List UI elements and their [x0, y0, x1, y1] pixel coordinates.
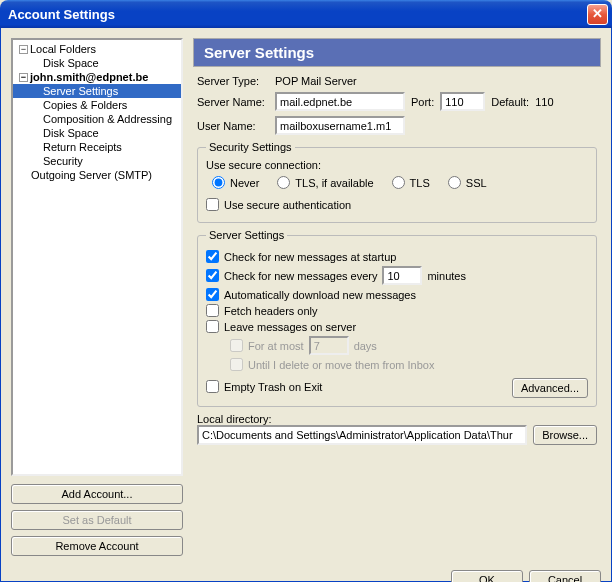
server-legend: Server Settings	[206, 229, 287, 241]
check-every-row: Check for new messages every minutes	[206, 266, 588, 285]
tree-composition[interactable]: Composition & Addressing	[13, 112, 181, 126]
check-every-checkbox[interactable]	[206, 269, 219, 282]
use-secure-auth-checkbox[interactable]: Use secure authentication	[206, 198, 588, 211]
close-icon[interactable]: ✕	[587, 4, 608, 25]
empty-trash-checkbox[interactable]: Empty Trash on Exit	[206, 380, 322, 393]
server-name-label: Server Name:	[197, 96, 269, 108]
server-name-input[interactable]	[275, 92, 405, 111]
add-account-button[interactable]: Add Account...	[11, 484, 183, 504]
set-default-button: Set as Default	[11, 510, 183, 530]
window-title: Account Settings	[8, 7, 115, 22]
user-name-label: User Name:	[197, 120, 269, 132]
tree-disk-space[interactable]: Disk Space	[13, 56, 181, 70]
tree-return-receipts[interactable]: Return Receipts	[13, 140, 181, 154]
advanced-button[interactable]: Advanced...	[512, 378, 588, 398]
radio-tls[interactable]: TLS	[392, 176, 430, 189]
fetch-headers-checkbox[interactable]: Fetch headers only	[206, 304, 588, 317]
tree-disk-space-2[interactable]: Disk Space	[13, 126, 181, 140]
tree-account[interactable]: − john.smith@edpnet.be	[13, 70, 181, 84]
local-directory-field[interactable]: C:\Documents and Settings\Administrator\…	[197, 425, 527, 445]
check-startup-checkbox[interactable]: Check for new messages at startup	[206, 250, 588, 263]
security-legend: Security Settings	[206, 141, 295, 153]
collapse-icon[interactable]: −	[19, 45, 28, 54]
radio-ssl[interactable]: SSL	[448, 176, 487, 189]
cancel-button[interactable]: Cancel	[529, 570, 601, 582]
remove-account-button[interactable]: Remove Account	[11, 536, 183, 556]
server-type-value: POP Mail Server	[275, 75, 357, 87]
browse-button[interactable]: Browse...	[533, 425, 597, 445]
check-every-input[interactable]	[382, 266, 422, 285]
for-at-most-checkbox	[230, 339, 243, 352]
port-label: Port:	[411, 96, 434, 108]
tree-outgoing-smtp[interactable]: Outgoing Server (SMTP)	[13, 168, 181, 182]
ok-button[interactable]: OK	[451, 570, 523, 582]
radio-never[interactable]: Never	[212, 176, 259, 189]
leave-messages-checkbox[interactable]: Leave messages on server	[206, 320, 588, 333]
until-delete-checkbox: Until I delete or move them from Inbox	[230, 358, 588, 371]
use-secure-label: Use secure connection:	[206, 159, 588, 171]
for-at-most-input	[309, 336, 349, 355]
radio-tls-available[interactable]: TLS, if available	[277, 176, 373, 189]
tree-security[interactable]: Security	[13, 154, 181, 168]
title-bar: Account Settings ✕	[0, 0, 612, 28]
collapse-icon[interactable]: −	[19, 73, 28, 82]
server-settings-group: Server Settings Check for new messages a…	[197, 229, 597, 407]
auto-download-checkbox[interactable]: Automatically download new messages	[206, 288, 588, 301]
accounts-tree[interactable]: − Local Folders Disk Space − john.smith@…	[11, 38, 183, 476]
panel-title: Server Settings	[193, 38, 601, 67]
tree-local-folders[interactable]: − Local Folders	[13, 42, 181, 56]
for-at-most-row: For at most days	[230, 336, 588, 355]
default-value: 110	[535, 96, 553, 108]
user-name-input[interactable]	[275, 116, 405, 135]
tree-server-settings[interactable]: Server Settings	[13, 84, 181, 98]
default-label: Default:	[491, 96, 529, 108]
local-directory-label: Local directory:	[197, 413, 597, 425]
server-type-label: Server Type:	[197, 75, 269, 87]
port-input[interactable]	[440, 92, 485, 111]
security-settings-group: Security Settings Use secure connection:…	[197, 141, 597, 223]
tree-copies-folders[interactable]: Copies & Folders	[13, 98, 181, 112]
